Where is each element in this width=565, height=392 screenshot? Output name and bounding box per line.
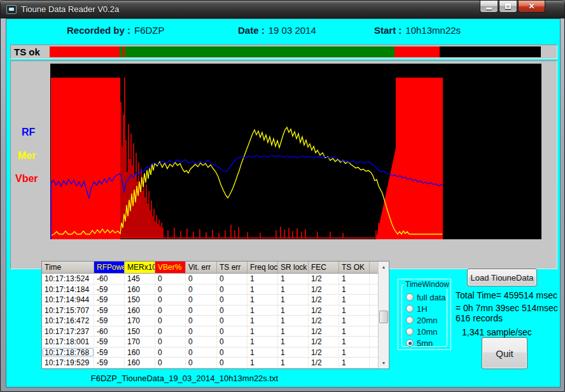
quit-button[interactable]: Quit bbox=[482, 337, 527, 369]
table-cell[interactable]: 1 bbox=[278, 358, 309, 368]
table-cell[interactable]: 1/2 bbox=[309, 316, 339, 326]
table-cell[interactable]: 1/2 bbox=[309, 295, 339, 305]
scroll-down-arrow-icon[interactable]: ▼ bbox=[379, 358, 389, 368]
table-scrollbar[interactable]: ▲ ▼ bbox=[378, 262, 389, 368]
table-cell[interactable]: 0 bbox=[155, 295, 186, 305]
table-cell[interactable]: 0 bbox=[186, 337, 217, 347]
table-cell[interactable]: 1 bbox=[278, 305, 309, 316]
table-cell[interactable]: 0 bbox=[217, 337, 248, 347]
table-cell[interactable]: 160 bbox=[125, 305, 155, 316]
table-cell[interactable]: -59 bbox=[94, 295, 125, 305]
table-cell[interactable]: 10:17:15:707 bbox=[42, 305, 94, 316]
scroll-up-arrow-icon[interactable]: ▲ bbox=[379, 262, 389, 272]
scrollbar-thumb[interactable] bbox=[379, 311, 388, 323]
table-cell[interactable]: 10:17:14:944 bbox=[42, 295, 94, 305]
table-cell[interactable]: 0 bbox=[217, 305, 248, 316]
table-cell[interactable]: 1 bbox=[278, 347, 309, 358]
table-cell[interactable]: 0 bbox=[155, 358, 186, 368]
table-cell[interactable]: 160 bbox=[125, 284, 155, 295]
table-cell[interactable]: 1 bbox=[339, 347, 370, 358]
minimize-button[interactable] bbox=[480, 1, 498, 13]
table-cell[interactable]: 0 bbox=[155, 316, 186, 326]
column-header-fec[interactable]: FEC bbox=[309, 262, 339, 273]
table-cell[interactable]: -59 bbox=[94, 284, 125, 295]
table-cell[interactable]: 10:17:17:237 bbox=[42, 326, 94, 337]
table-cell[interactable]: -59 bbox=[94, 305, 125, 316]
table-cell[interactable]: 1 bbox=[339, 316, 370, 326]
table-cell[interactable]: 1 bbox=[339, 274, 370, 284]
table-cell[interactable]: 1 bbox=[339, 284, 370, 295]
column-header-ts-err[interactable]: TS err bbox=[217, 262, 248, 273]
time-window-option-10mn[interactable]: 10mn bbox=[406, 326, 445, 337]
table-cell[interactable]: 10:17:16:472 bbox=[42, 316, 94, 326]
title-bar[interactable]: Tioune Data Reader V0.2a ✕ bbox=[1, 1, 564, 18]
table-cell[interactable]: 150 bbox=[125, 326, 155, 337]
table-cell[interactable]: 1/2 bbox=[309, 274, 339, 284]
time-window-option-5mn[interactable]: 5mn bbox=[406, 337, 445, 349]
table-cell[interactable]: 1/2 bbox=[309, 284, 339, 295]
table-cell[interactable]: 0 bbox=[155, 284, 186, 295]
table-cell[interactable]: 160 bbox=[125, 347, 155, 358]
table-cell[interactable]: 10:17:18:001 bbox=[42, 337, 94, 347]
radio-icon[interactable] bbox=[406, 328, 414, 335]
column-header-sr-lock[interactable]: SR lock bbox=[278, 262, 309, 273]
time-window-option-1H[interactable]: 1H bbox=[406, 303, 445, 314]
table-cell[interactable]: -59 bbox=[94, 337, 125, 347]
table-cell[interactable]: -60 bbox=[94, 326, 125, 337]
table-cell[interactable]: 1 bbox=[278, 316, 309, 326]
table-cell[interactable]: 150 bbox=[125, 295, 155, 305]
radio-icon[interactable] bbox=[406, 316, 414, 324]
column-header-vber-[interactable]: VBer% bbox=[155, 262, 186, 273]
table-cell[interactable]: -60 bbox=[94, 274, 125, 284]
table-cell[interactable]: 0 bbox=[217, 295, 248, 305]
table-cell[interactable]: 145 bbox=[125, 274, 155, 284]
table-cell[interactable]: -59 bbox=[94, 358, 125, 368]
table-cell[interactable]: 1 bbox=[339, 326, 370, 337]
table-cell[interactable]: 1 bbox=[278, 337, 309, 347]
table-cell[interactable]: 0 bbox=[186, 358, 217, 368]
table-cell[interactable]: 0 bbox=[217, 284, 248, 295]
table-cell[interactable]: 10:17:14:184 bbox=[42, 284, 94, 295]
column-header-ts-ok[interactable]: TS OK bbox=[339, 262, 370, 273]
table-cell[interactable]: 0 bbox=[155, 326, 186, 337]
table-cell[interactable]: 1 bbox=[248, 284, 278, 295]
table-cell[interactable]: 0 bbox=[217, 326, 248, 337]
table-cell[interactable]: 0 bbox=[155, 347, 186, 358]
table-cell[interactable]: 1 bbox=[278, 284, 309, 295]
table-cell[interactable]: 0 bbox=[186, 295, 217, 305]
table-cell[interactable]: 1 bbox=[339, 295, 370, 305]
table-cell[interactable]: 10:17:18:768 bbox=[42, 347, 94, 358]
table-cell[interactable]: 1 bbox=[278, 326, 309, 337]
radio-selected-icon[interactable] bbox=[406, 339, 414, 347]
table-cell[interactable]: 0 bbox=[186, 305, 217, 316]
table-cell[interactable]: 1/2 bbox=[309, 358, 339, 368]
table-cell[interactable]: 1 bbox=[248, 347, 278, 358]
table-cell[interactable]: 0 bbox=[186, 284, 217, 295]
table-cell[interactable]: 1 bbox=[339, 358, 370, 368]
table-cell[interactable]: 0 bbox=[155, 274, 186, 284]
column-header-rfpower[interactable]: RFPower bbox=[94, 262, 125, 273]
table-cell[interactable]: 1 bbox=[278, 295, 309, 305]
table-cell[interactable]: -59 bbox=[94, 316, 125, 326]
table-cell[interactable]: 0 bbox=[186, 274, 217, 284]
table-cell[interactable]: 0 bbox=[186, 316, 217, 326]
table-cell[interactable]: -59 bbox=[94, 347, 125, 358]
table-cell[interactable]: 10:17:19:529 bbox=[42, 358, 94, 368]
column-header-vit-err[interactable]: Vit. err bbox=[186, 262, 217, 273]
table-cell[interactable]: 1 bbox=[248, 295, 278, 305]
table-cell[interactable]: 160 bbox=[125, 358, 155, 368]
column-header-time[interactable]: Time bbox=[42, 262, 94, 273]
table-cell[interactable]: 0 bbox=[155, 305, 186, 316]
column-header-freq-lock[interactable]: Freq lock bbox=[248, 262, 278, 273]
table-cell[interactable]: 1/2 bbox=[309, 326, 339, 337]
table-cell[interactable]: 1 bbox=[248, 337, 278, 347]
table-cell[interactable]: 1 bbox=[248, 316, 278, 326]
maximize-button[interactable] bbox=[499, 1, 517, 13]
table-cell[interactable]: 1 bbox=[278, 274, 309, 284]
time-window-option-20mn[interactable]: 20mn bbox=[406, 314, 445, 326]
table-cell[interactable]: 0 bbox=[217, 316, 248, 326]
column-header-merx10[interactable]: MERx10 bbox=[125, 262, 155, 273]
table-cell[interactable]: 1 bbox=[248, 305, 278, 316]
table-cell[interactable]: 1 bbox=[248, 326, 278, 337]
time-window-option-full-data[interactable]: full data bbox=[406, 291, 445, 303]
